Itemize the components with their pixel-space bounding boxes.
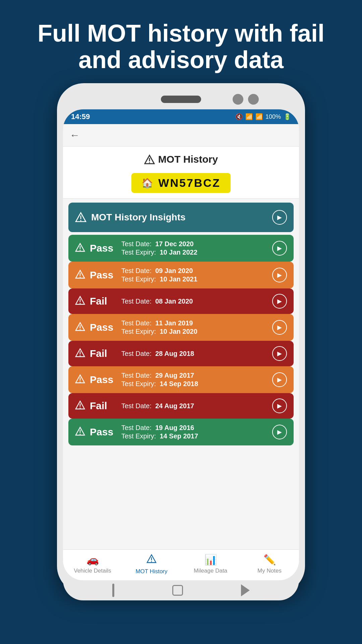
- phone-bottom-bar: [63, 580, 299, 600]
- wifi-icon: 📶: [245, 113, 253, 120]
- nav-my-notes[interactable]: ✏️ My Notes: [240, 554, 299, 575]
- insights-play-button[interactable]: ▶: [272, 210, 287, 225]
- insights-title: MOT History Insights: [91, 212, 186, 223]
- pencil-icon: ✏️: [263, 554, 276, 566]
- mot-result-label: Pass: [90, 374, 117, 385]
- mot-row-left: Pass Test Date: 17 Dec 2020Test Expiry: …: [75, 240, 197, 256]
- svg-point-17: [80, 329, 81, 330]
- mot-row-play-button[interactable]: ▶: [272, 425, 287, 439]
- test-date-line: Test Date: 17 Dec 2020: [121, 240, 197, 248]
- mot-list: Pass Test Date: 17 Dec 2020Test Expiry: …: [68, 235, 294, 445]
- svg-point-8: [80, 250, 81, 251]
- page-title: MOT History: [63, 153, 299, 165]
- page-header: MOT History 🏠 WN57BCZ: [63, 147, 299, 199]
- mot-dates: Test Date: 11 Jan 2019Test Expiry: 10 Ja…: [121, 319, 197, 335]
- mot-row[interactable]: Fail Test Date: 28 Aug 2018 ▶: [68, 341, 294, 366]
- expiry-date-line: Test Expiry: 10 Jan 2020: [121, 328, 197, 335]
- mot-row-play-button[interactable]: ▶: [272, 372, 287, 387]
- headline: Full MOT history with fail and advisory …: [0, 0, 362, 83]
- mot-hazard-icon: [75, 296, 85, 307]
- expiry-date-line: Test Expiry: 14 Sep 2018: [121, 380, 198, 388]
- mot-row[interactable]: Fail Test Date: 24 Aug 2017 ▶: [68, 393, 294, 419]
- nav-mot-history[interactable]: MOT History: [122, 554, 181, 575]
- mot-row[interactable]: Pass Test Date: 19 Aug 2016Test Expiry: …: [68, 419, 294, 445]
- mot-row-left: Pass Test Date: 29 Aug 2017Test Expiry: …: [75, 372, 198, 388]
- test-date-line: Test Date: 24 Aug 2017: [121, 402, 194, 410]
- mot-result-label: Fail: [90, 400, 117, 412]
- bottom-nav: 🚗 Vehicle Details MOT History 📊: [63, 549, 299, 580]
- insights-card[interactable]: MOT History Insights ▶: [68, 203, 294, 232]
- mot-dates: Test Date: 29 Aug 2017Test Expiry: 14 Se…: [121, 372, 198, 388]
- nav-vehicle-details[interactable]: 🚗 Vehicle Details: [63, 554, 122, 575]
- mot-row-left: Fail Test Date: 28 Aug 2018: [75, 348, 194, 359]
- expiry-date-line: Test Expiry: 10 Jan 2022: [121, 249, 197, 256]
- page-title-text: MOT History: [158, 154, 218, 165]
- svg-point-29: [80, 434, 81, 435]
- status-icons: 🔇 📶 📶 100% 🔋: [235, 113, 291, 120]
- mot-row-play-button[interactable]: ▶: [272, 294, 287, 309]
- status-time: 14:59: [71, 112, 90, 121]
- mot-row-left: Fail Test Date: 24 Aug 2017: [75, 400, 194, 412]
- phone-cameras: [233, 94, 259, 105]
- nav-vehicle-details-label: Vehicle Details: [74, 568, 111, 574]
- mot-hazard-icon: [75, 426, 85, 438]
- back-button[interactable]: ←: [70, 129, 80, 141]
- nav-mot-history-label: MOT History: [135, 568, 167, 575]
- mot-hazard-icon: [75, 243, 85, 254]
- test-date-line: Test Date: 09 Jan 2020: [121, 267, 197, 275]
- svg-point-14: [80, 303, 81, 304]
- hazard-icon-title: [144, 153, 155, 165]
- mot-row-play-button[interactable]: ▶: [272, 398, 287, 413]
- insights-hazard-icon: [75, 212, 86, 223]
- insights-left: MOT History Insights: [75, 212, 186, 223]
- test-date-line: Test Date: 19 Aug 2016: [121, 424, 198, 432]
- mot-row[interactable]: Pass Test Date: 09 Jan 2020Test Expiry: …: [68, 262, 294, 288]
- mot-result-label: Pass: [90, 426, 117, 438]
- test-date-line: Test Date: 29 Aug 2017: [121, 372, 198, 379]
- nav-mileage-label: Mileage Data: [194, 568, 227, 574]
- mot-row[interactable]: Pass Test Date: 17 Dec 2020Test Expiry: …: [68, 235, 294, 262]
- phone-camera-1: [233, 94, 243, 105]
- app-content: ← MOT History 🏠: [63, 124, 299, 580]
- mot-row[interactable]: Pass Test Date: 11 Jan 2019Test Expiry: …: [68, 314, 294, 341]
- expiry-date-line: Test Expiry: 14 Sep 2017: [121, 432, 198, 440]
- car-icon: 🚗: [86, 554, 99, 566]
- battery-icon: 🔋: [284, 113, 291, 120]
- nav-mileage-data[interactable]: 📊 Mileage Data: [181, 554, 240, 575]
- phone-nav-square: [172, 585, 183, 596]
- nav-notes-label: My Notes: [257, 568, 282, 574]
- back-bar: ←: [63, 124, 299, 147]
- phone-shell: 14:59 🔇 📶 📶 100% 🔋 ←: [57, 83, 305, 593]
- mute-icon: 🔇: [235, 113, 243, 120]
- mot-dates: Test Date: 08 Jan 2020: [121, 298, 193, 305]
- mot-row-play-button[interactable]: ▶: [272, 346, 287, 361]
- mot-row-play-button[interactable]: ▶: [272, 320, 287, 335]
- mot-row[interactable]: Fail Test Date: 08 Jan 2020 ▶: [68, 288, 294, 314]
- signal-icon: 📶: [255, 113, 263, 120]
- test-date-line: Test Date: 11 Jan 2019: [121, 319, 197, 327]
- phone-screen: 14:59 🔇 📶 📶 100% 🔋 ←: [63, 109, 299, 580]
- phone-nav-tri: [241, 584, 250, 596]
- phone-top-bar: [63, 89, 299, 109]
- mot-row-play-button[interactable]: ▶: [272, 241, 287, 256]
- mot-dates: Test Date: 17 Dec 2020Test Expiry: 10 Ja…: [121, 240, 197, 256]
- mot-result-label: Fail: [90, 348, 117, 359]
- mot-result-label: Fail: [90, 296, 117, 307]
- plate-number: WN57BCZ: [158, 176, 220, 190]
- svg-point-2: [149, 162, 150, 163]
- nav-hazard-icon: [146, 554, 157, 566]
- expiry-date-line: Test Expiry: 10 Jan 2021: [121, 275, 197, 283]
- mot-hazard-icon: [75, 400, 85, 412]
- svg-point-11: [80, 277, 81, 278]
- mot-row-play-button[interactable]: ▶: [272, 268, 287, 282]
- mot-dates: Test Date: 19 Aug 2016Test Expiry: 14 Se…: [121, 424, 198, 440]
- mot-row[interactable]: Pass Test Date: 29 Aug 2017Test Expiry: …: [68, 366, 294, 393]
- mot-row-left: Pass Test Date: 19 Aug 2016Test Expiry: …: [75, 424, 198, 440]
- mot-hazard-icon: [75, 269, 85, 281]
- mot-row-left: Pass Test Date: 11 Jan 2019Test Expiry: …: [75, 319, 197, 335]
- mot-hazard-icon: [75, 348, 85, 359]
- mot-dates: Test Date: 24 Aug 2017: [121, 402, 194, 410]
- mot-result-label: Pass: [90, 322, 117, 333]
- mot-row-left: Fail Test Date: 08 Jan 2020: [75, 296, 193, 307]
- mot-hazard-icon: [75, 374, 85, 385]
